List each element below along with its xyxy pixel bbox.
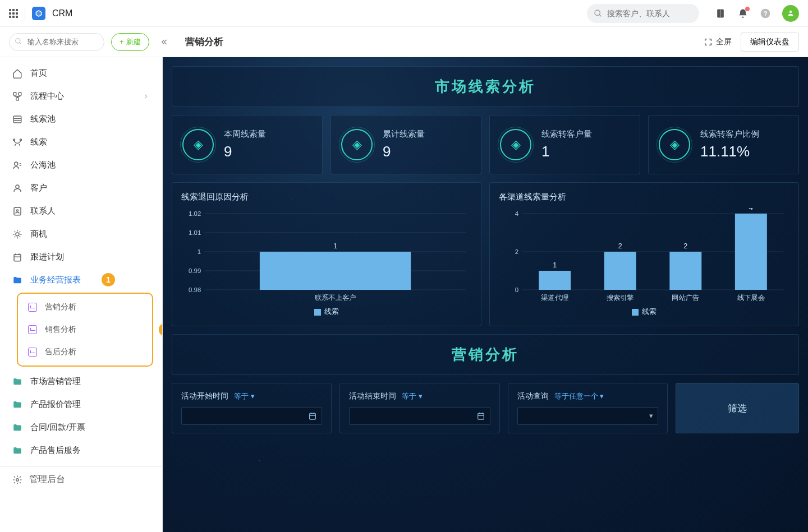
chart-legend: 线索 (499, 307, 789, 317)
kpi-label: 线索转客户比例 (700, 129, 759, 140)
kpi-card-weekly-leads: ◈ 本周线索量 9 (172, 115, 323, 174)
section-title: 市场线索分析 (182, 77, 788, 96)
svg-text:0: 0 (515, 286, 518, 293)
svg-point-20 (16, 233, 19, 236)
calendar-icon (476, 411, 485, 420)
kpi-value: 9 (224, 143, 266, 160)
chart-title: 线索退回原因分析 (181, 192, 472, 202)
svg-rect-55 (478, 413, 484, 419)
sidebar-item-sea[interactable]: 公海池 (0, 154, 162, 177)
edit-dashboard-button[interactable]: 编辑仪表盘 (741, 33, 799, 52)
diamond-icon: ◈ (182, 129, 214, 160)
svg-rect-54 (310, 413, 316, 419)
legend-label: 线索 (642, 307, 656, 316)
svg-rect-21 (14, 254, 21, 261)
fullscreen-label: 全屏 (716, 37, 732, 47)
sidebar-item-quote-mgmt[interactable]: 产品报价管理 (0, 393, 162, 416)
chart-title: 各渠道线索量分析 (499, 192, 789, 202)
sidebar-search-input[interactable] (9, 33, 104, 51)
apps-grid-icon[interactable] (9, 9, 18, 18)
svg-text:2: 2 (618, 242, 622, 250)
filter-start-date: 活动开始时间 等于 ▾ (172, 383, 332, 433)
sidebar-item-plan[interactable]: 跟进计划 (0, 246, 162, 269)
svg-text:线下展会: 线下展会 (737, 294, 765, 302)
plus-icon: + (120, 38, 124, 46)
new-button[interactable]: + 新建 (111, 33, 149, 51)
kpi-label: 线索转客户量 (541, 129, 592, 140)
plan-icon (12, 252, 22, 262)
svg-text:1: 1 (553, 261, 557, 269)
pool-icon (12, 114, 22, 124)
sidebar-item-reports[interactable]: 业务经营报表 1 (0, 269, 162, 292)
sidebar-sub-sales-analysis[interactable]: 销售分析 (18, 318, 152, 341)
sidebar-item-home[interactable]: 首页 (0, 62, 162, 85)
svg-marker-0 (36, 10, 41, 16)
lead-icon (12, 137, 22, 147)
svg-text:4: 4 (515, 210, 518, 217)
svg-text:1: 1 (333, 242, 337, 250)
chart-icon (28, 303, 37, 312)
book-icon[interactable] (715, 8, 726, 19)
topbar: CRM ? (0, 0, 808, 27)
sidebar-item-lead[interactable]: 线索 (0, 131, 162, 154)
filter-label: 活动查询 (517, 391, 549, 401)
global-search[interactable] (587, 4, 699, 23)
contact-icon (12, 206, 22, 216)
sidebar-item-label: 商机 (30, 229, 47, 239)
sidebar-sub-aftersales-analysis[interactable]: 售后分析 (18, 341, 152, 363)
svg-text:0.99: 0.99 (189, 267, 201, 274)
kpi-card-converted: ◈ 线索转客户量 1 (489, 115, 640, 174)
bell-icon[interactable] (737, 8, 749, 19)
sidebar-item-opportunity[interactable]: 商机 (0, 223, 162, 246)
sidebar-admin-label: 管理后台 (29, 474, 65, 485)
filter-select-input[interactable]: ▾ (517, 407, 658, 425)
filter-date-input[interactable] (349, 407, 490, 425)
sidebar-item-marketing-mgmt[interactable]: 市场营销管理 (0, 370, 162, 393)
sidebar-item-contract[interactable]: 合同/回款/开票 (0, 416, 162, 439)
section-title: 营销分析 (182, 345, 788, 364)
sidebar-item-label: 市场营销管理 (30, 376, 81, 387)
sidebar-item-label: 产品售后服务 (30, 445, 81, 456)
filter-operator[interactable]: 等于 ▾ (234, 391, 255, 401)
diamond-icon: ◈ (341, 129, 373, 160)
svg-point-16 (15, 162, 18, 165)
svg-rect-12 (16, 98, 19, 100)
collapse-sidebar-icon[interactable] (159, 38, 168, 47)
fullscreen-button[interactable]: 全屏 (704, 37, 732, 47)
chart-svg: 0.980.9911.011.021联系不上客户 (181, 208, 472, 303)
filter-operator[interactable]: 等于 ▾ (402, 391, 423, 401)
kpi-label: 本周线索量 (224, 129, 266, 140)
svg-point-17 (16, 185, 19, 188)
sidebar-item-leadpool[interactable]: 线索池 (0, 108, 162, 131)
user-avatar[interactable] (782, 5, 799, 22)
filter-date-input[interactable] (181, 407, 322, 425)
filter-label: 活动结束时间 (349, 391, 396, 401)
svg-point-5 (742, 16, 744, 17)
search-icon (15, 38, 22, 45)
filter-apply-button[interactable]: 筛选 (705, 391, 769, 426)
kpi-row: ◈ 本周线索量 9 ◈ 累计线索量 9 ◈ 线索转客户量 (172, 115, 799, 174)
sidebar-item-label: 线索池 (30, 114, 56, 124)
svg-rect-4 (720, 9, 721, 17)
notification-dot (745, 7, 750, 11)
svg-text:搜索引擎: 搜索引擎 (607, 294, 634, 302)
chart-icon (28, 348, 37, 357)
sidebar-item-customer[interactable]: 客户 (0, 177, 162, 200)
sidebar-admin[interactable]: 管理后台 (0, 466, 162, 492)
customer-icon (12, 183, 22, 193)
svg-rect-42 (539, 271, 571, 290)
sidebar-item-aftersales[interactable]: 产品售后服务 (0, 439, 162, 462)
toolbar: + 新建 营销分析 全屏 编辑仪表盘 (0, 27, 808, 57)
svg-text:?: ? (763, 10, 767, 17)
sidebar-sub-marketing-analysis[interactable]: 营销分析 (18, 296, 152, 318)
sidebar-item-label: 联系人 (30, 206, 56, 216)
svg-rect-51 (735, 214, 767, 290)
global-search-input[interactable] (587, 4, 699, 23)
sidebar-item-contact[interactable]: 联系人 (0, 200, 162, 223)
filter-operator[interactable]: 等于任意一个 ▾ (554, 391, 604, 401)
sidebar-item-label: 业务经营报表 (30, 275, 81, 285)
svg-point-14 (13, 139, 15, 141)
help-icon[interactable]: ? (760, 8, 771, 19)
sidebar-search[interactable] (9, 33, 104, 51)
sidebar-item-flow[interactable]: 流程中心 (0, 85, 162, 108)
